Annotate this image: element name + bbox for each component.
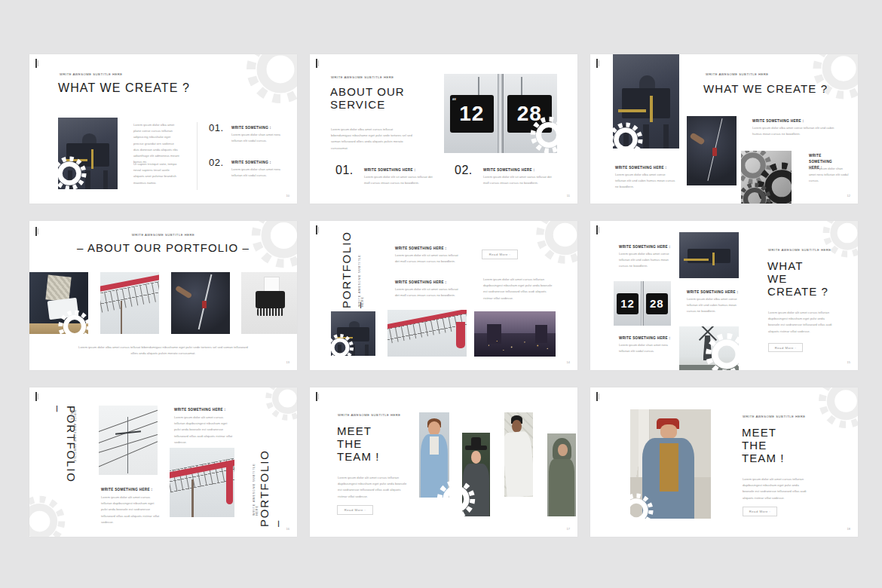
slide-about-our-portfolio[interactable]: WRITE AWESOME SUBTITLE HERE – ABOUT OUR …	[29, 221, 297, 370]
photo-detail	[127, 417, 128, 473]
photo-detail	[689, 132, 705, 145]
item-number: 02.	[209, 157, 224, 168]
slide-vertical-title: PORTFOLIO –	[258, 448, 283, 527]
slide-corner-mark	[316, 392, 320, 403]
photo-flip-clock: 12 28	[614, 281, 671, 326]
item-text: Lorem ipsum dolor alit amet cursus tellu…	[174, 415, 233, 446]
read-more-button[interactable]: Read More :	[768, 343, 803, 352]
intro-paragraph: Lorem ipsum dolor alit amet cursus tellu…	[338, 475, 407, 500]
clock-hour-digits: 12	[450, 95, 495, 132]
side-paragraph: Lorem ipsum dolor alit amet cursus tellu…	[483, 277, 553, 302]
slide-corner-mark	[596, 392, 601, 403]
gear-overlay-icon	[528, 115, 569, 155]
item-label: WRITE SOMETHING HERE :	[395, 247, 446, 250]
photo-detail	[430, 436, 439, 455]
slide-portfolio-2[interactable]: PORTFOLIO – WRITE AWESOME SUBTITLE HERE …	[29, 387, 297, 537]
photo-detail	[202, 301, 207, 308]
intro-paragraph: Lorem ipsum dolor alit amet cursus tellu…	[768, 310, 835, 335]
photo-detail	[498, 74, 503, 153]
gear-decoration-icon	[816, 387, 858, 431]
read-more-button[interactable]: Read More :	[482, 250, 518, 259]
item-text: Lorem ipsum dolor elit sit amet varius t…	[483, 174, 553, 186]
item-text: Lorem ipsum dolor shan amet nera telluri…	[231, 167, 290, 179]
clock-hour-digits: 12	[617, 293, 639, 314]
photo-team-member-3	[504, 412, 533, 497]
read-more-button[interactable]: Read More :	[743, 507, 777, 516]
photo-detail	[688, 249, 730, 264]
slide-corner-mark	[596, 59, 601, 69]
page-number: 13	[286, 360, 289, 364]
slide-corner-mark	[316, 59, 320, 69]
item-label: WRITE SOMETHING HERE :	[687, 290, 738, 294]
slide-portfolio-1[interactable]: PORTFOLIO – WRITE AWESOME SUBTITLE HERE …	[310, 221, 577, 370]
photo-detail	[471, 437, 481, 446]
intro-paragraph-2: Ut sapien tristiquit vatie, tempo neval …	[133, 161, 180, 186]
photo-red-pipeline	[170, 448, 234, 517]
page-number: 14	[567, 360, 570, 364]
gear-decoration-icon	[263, 387, 297, 423]
page-number: 18	[847, 527, 850, 531]
page-number: 12	[847, 194, 850, 198]
clock-minute-card: 28	[646, 293, 669, 314]
photo-team-member-4	[547, 433, 576, 516]
item-label: WRITE SOMETHING HERE :	[364, 168, 415, 172]
photo-detail	[650, 96, 653, 122]
slide-subtitle: WRITE AWESOME SUBTITLE HERE	[706, 72, 769, 76]
gear-overlay-icon	[607, 121, 645, 158]
photo-detail	[174, 285, 192, 299]
photo-red-truss	[100, 272, 159, 334]
item-label: WRITE SOMETHING HERE :	[395, 280, 446, 284]
photo-detail	[465, 446, 486, 451]
photo-detail	[622, 88, 669, 118]
gear-decoration-icon	[29, 493, 68, 537]
gear-overlay-icon	[617, 492, 655, 529]
item-text: Lorem ipsum dolor elit sit amet varius t…	[395, 253, 459, 265]
gear-overlay-icon	[51, 155, 88, 192]
slide-what-we-create-1[interactable]: WRITE AWESOME SUBTITLE HERE WHAT WE CREA…	[29, 54, 297, 204]
item-text: Lorem ipsum dolor olba amet conse tellur…	[619, 251, 672, 270]
photo-detail	[712, 253, 715, 265]
photo-detail	[558, 444, 567, 455]
item-label: WRITE SOMETHING HERE :	[101, 488, 152, 492]
photo-detail	[256, 291, 284, 308]
photo-detail	[660, 424, 677, 439]
item-text: Lorem ipsum dolor olba amet conse tellur…	[752, 125, 837, 137]
photo-detail	[91, 149, 93, 170]
item-text: Lorem ipsum dolor olba amet conse tellur…	[687, 296, 738, 315]
slide-meet-the-team-1[interactable]: WRITE AWESOME SUBTITLE HERE MEET THE TEA…	[310, 387, 577, 537]
slide-corner-mark	[35, 59, 40, 69]
read-more-button[interactable]: Read More :	[337, 505, 373, 515]
caption-text: Lorem ipsum dolor olba amet cursus tellu…	[75, 345, 252, 357]
item-number: 02.	[455, 164, 473, 177]
slide-title: – ABOUT OUR PORTFOLIO –	[29, 242, 297, 255]
clock-minute-digits: 28	[646, 293, 669, 314]
photo-detail	[456, 322, 465, 348]
gear-decoration-icon	[243, 54, 297, 107]
slide-what-we-create-3[interactable]: WRITE SOMETHING HERE : Lorem ipsum dolor…	[590, 221, 858, 370]
page-number: 11	[567, 194, 570, 198]
photo-detail	[618, 109, 646, 112]
photo-red-pipeline	[387, 310, 467, 357]
item-label: WRITE SOMETHING :	[231, 161, 271, 164]
photo-detail	[521, 77, 522, 96]
slide-title-line: CREATE ?	[767, 286, 828, 299]
divider-line	[197, 122, 198, 190]
photo-detail	[226, 466, 233, 505]
photo-hand-rope	[687, 116, 737, 185]
slide-subtitle: WRITE AWESOME SUBTITLE HERE	[743, 415, 806, 418]
gear-overlay-icon	[325, 332, 355, 363]
slide-meet-the-team-2[interactable]: WRITE AWESOME SUBTITLE HERE MEET THE TEA…	[590, 387, 858, 537]
slide-title-line: MEET	[742, 427, 776, 439]
page-number: 15	[847, 360, 850, 364]
photo-detail	[512, 420, 522, 433]
photo-hand-rope	[171, 272, 230, 334]
item-number: 01.	[335, 164, 354, 177]
photo-plant-dusk	[474, 311, 556, 357]
page-number: 10	[286, 194, 289, 198]
item-label: WRITE SOMETHING HERE :	[619, 336, 670, 340]
photo-gears-macro	[741, 151, 792, 204]
slide-about-our-service[interactable]: WRITE AWESOME SUBTITLE HERE ABOUT OUR SE…	[310, 54, 577, 204]
slide-what-we-create-2[interactable]: WRITE SOMETHING HERE : Lorem ipsum dolor…	[590, 54, 858, 204]
clock-hour-card: 12	[617, 293, 639, 314]
slide-title-line: TEAM !	[742, 452, 785, 465]
